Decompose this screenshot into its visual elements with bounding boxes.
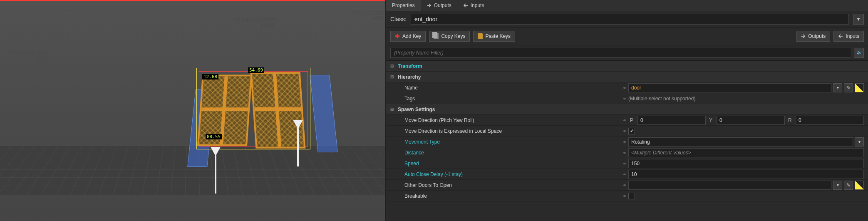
prop-label: Other Doors To Open [396, 182, 621, 188]
inputs-button[interactable]: Inputs [833, 31, 864, 42]
tab-label: Inputs [471, 2, 484, 8]
other-doors-input[interactable] [628, 181, 831, 190]
link-icon[interactable]: ⚭ [621, 117, 628, 123]
button-label: Inputs [846, 33, 859, 39]
distance-input[interactable] [628, 148, 864, 157]
key-toolbar: ✚ Add Key Copy Keys Paste Keys Outputs I… [386, 27, 868, 45]
property-filter-input[interactable] [390, 48, 851, 58]
name-input[interactable] [628, 83, 831, 92]
copy-keys-button[interactable]: Copy Keys [429, 31, 470, 42]
prop-label: Auto Close Delay (-1 stay) [396, 171, 621, 177]
outputs-button[interactable]: Outputs [796, 31, 830, 42]
target-picker-button[interactable] [855, 83, 864, 92]
roll-input[interactable] [796, 116, 864, 125]
dimension-label: 54.69 [248, 67, 264, 73]
prop-label: Move Direction is Expressed in Local Spa… [396, 128, 621, 134]
section-label: Transform [396, 63, 621, 69]
row-name: Name ⚭ ▾ ✎ [386, 82, 868, 93]
link-icon[interactable]: ⚭ [621, 182, 628, 188]
wall-decal: REFLECTIVITY30% [352, 11, 384, 21]
plus-icon: ✚ [395, 33, 400, 40]
link-icon[interactable]: ⚭ [621, 96, 628, 102]
dimension-label: 88.55 [206, 134, 222, 139]
row-other-doors: Other Doors To Open ⚭ ▾ ✎ [386, 180, 868, 191]
row-tags: Tags ⚭ (Multiple-select not supported) [386, 93, 868, 104]
class-dropdown[interactable]: ▾ [853, 14, 864, 25]
eyedropper-button[interactable]: ✎ [844, 83, 853, 92]
section-hierarchy[interactable]: ⊞ Hierarchy [386, 72, 868, 82]
copy-icon [434, 33, 439, 39]
inputs-icon [838, 34, 843, 39]
dropdown-button[interactable]: ▾ [833, 83, 842, 92]
outputs-icon [427, 3, 432, 8]
prop-label: Tags [396, 96, 621, 102]
inputs-icon [463, 3, 468, 8]
row-auto-close-delay: Auto Close Delay (-1 stay) ⚭ [386, 169, 868, 180]
row-move-direction: Move Direction (Pitch Yaw Roll) ⚭ P Y R [386, 115, 868, 126]
prop-label: Move Direction (Pitch Yaw Roll) [396, 117, 621, 123]
panel-tabs: Properties Outputs Inputs [386, 0, 868, 11]
paste-keys-button[interactable]: Paste Keys [473, 31, 515, 42]
target-picker-button[interactable] [855, 181, 864, 190]
wall-decal: REFLECTIVITY30% [8, 50, 50, 63]
dropdown-button[interactable]: ▾ [855, 137, 864, 147]
filter-settings-button[interactable]: ✲ [854, 48, 864, 58]
tab-inputs[interactable]: Inputs [457, 0, 490, 11]
speed-input[interactable] [628, 159, 864, 168]
local-space-checkbox[interactable] [628, 128, 635, 134]
pitch-input[interactable] [637, 116, 706, 125]
door-hinge-helper-right[interactable] [310, 75, 338, 152]
row-breakable: Breakable ⚭ [386, 191, 868, 201]
link-icon[interactable]: ⚭ [621, 150, 628, 156]
class-input[interactable] [411, 14, 849, 25]
tags-note: (Multiple-select not supported) [628, 96, 695, 102]
row-movement-type: Movement Type ⚭ ▾ [386, 137, 868, 147]
property-list: ⊞ Transform ⊞ Hierarchy Name ⚭ ▾ ✎ Tags … [386, 61, 868, 221]
row-speed: Speed ⚭ [386, 158, 868, 169]
link-icon[interactable]: ⚭ [621, 139, 628, 145]
link-icon[interactable]: ⚭ [621, 161, 628, 166]
expander-icon: ⊞ [390, 64, 396, 68]
row-distance: Distance ⚭ [386, 147, 868, 158]
expander-icon: ⊟ [390, 107, 396, 112]
prop-label: Speed [396, 161, 621, 166]
paste-icon [478, 33, 483, 39]
tab-label: Outputs [434, 2, 451, 8]
section-transform[interactable]: ⊞ Transform [386, 61, 868, 72]
add-key-button[interactable]: ✚ Add Key [390, 31, 426, 42]
prop-label: Breakable [396, 193, 621, 199]
breakable-checkbox[interactable] [628, 193, 635, 199]
section-spawn-settings[interactable]: ⊟ Spawn Settings [386, 104, 868, 115]
gear-icon: ✲ [857, 50, 861, 56]
class-row: Class: ▾ [386, 11, 868, 27]
prop-label: Distance [396, 150, 621, 156]
yaw-input[interactable] [717, 116, 785, 125]
properties-panel: Properties Outputs Inputs Class: ▾ ✚ Add… [386, 0, 868, 221]
link-icon[interactable]: ⚭ [621, 171, 628, 177]
link-icon[interactable]: ⚭ [621, 128, 628, 134]
dimension-label: 12.68 [202, 74, 218, 79]
tab-properties[interactable]: Properties [386, 0, 421, 11]
link-icon[interactable]: ⚭ [621, 85, 628, 91]
wall-decal: REFLECTIVITY30% [234, 17, 275, 30]
viewport-3d[interactable]: REFLECTIVITY30% REFLECTIVITY30% REFLECTI… [0, 0, 386, 221]
prop-label: Movement Type [396, 139, 621, 145]
auto-close-input[interactable] [628, 170, 864, 179]
section-label: Spawn Settings [396, 107, 621, 112]
axis-label-p: P [628, 117, 636, 123]
button-label: Add Key [402, 33, 421, 39]
filter-row: ✲ [386, 45, 868, 61]
dropdown-button[interactable]: ▾ [833, 181, 842, 190]
button-label: Paste Keys [485, 33, 511, 39]
row-local-space: Move Direction is Expressed in Local Spa… [386, 126, 868, 137]
movement-type-select[interactable] [628, 137, 853, 147]
button-label: Copy Keys [441, 33, 465, 39]
axis-label-r: R [786, 117, 794, 123]
outputs-icon [801, 34, 806, 39]
expander-icon: ⊞ [390, 74, 396, 79]
prop-label: Name [396, 85, 621, 91]
eyedropper-button[interactable]: ✎ [844, 181, 853, 190]
button-label: Outputs [808, 33, 826, 39]
link-icon[interactable]: ⚭ [621, 193, 628, 199]
tab-outputs[interactable]: Outputs [421, 0, 457, 11]
